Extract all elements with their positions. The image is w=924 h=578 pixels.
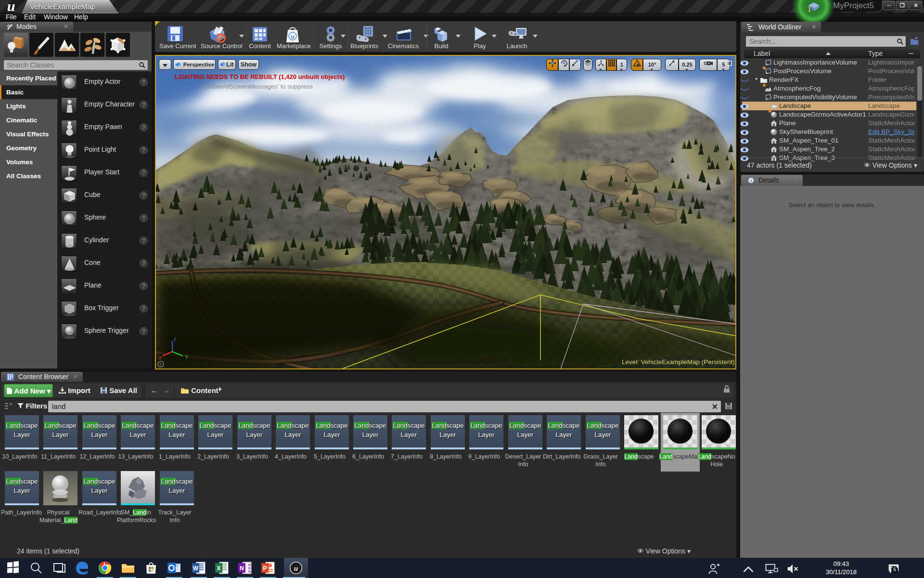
svg-text:u: u xyxy=(294,565,298,572)
svg-text:X: X xyxy=(217,565,220,572)
svg-text:P: P xyxy=(263,565,267,572)
svg-text:+: + xyxy=(766,71,768,75)
svg-text:Level: VehicleExampleMap (Per: Level: VehicleExampleMap (Persistent) xyxy=(622,358,735,366)
svg-text:x: x xyxy=(159,355,162,360)
svg-text:Y: Y xyxy=(185,354,189,360)
svg-text:+: + xyxy=(766,62,768,66)
svg-text:W: W xyxy=(193,565,199,572)
svg-text:z: z xyxy=(174,337,176,342)
svg-text:u: u xyxy=(291,33,294,40)
svg-text:?: ? xyxy=(159,362,162,367)
svg-text:N: N xyxy=(240,565,244,572)
svg-text:+: + xyxy=(766,97,768,101)
